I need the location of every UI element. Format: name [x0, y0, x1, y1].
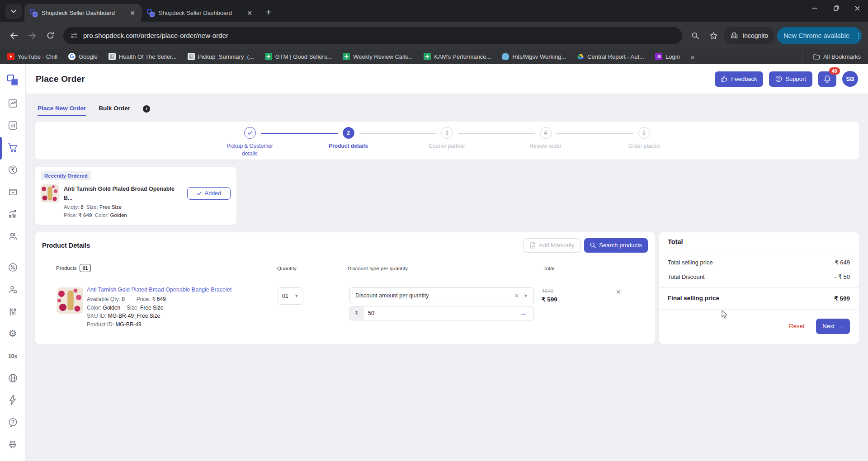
tab-close-icon[interactable]: ✕	[245, 9, 254, 17]
chevron-down-icon	[11, 9, 16, 13]
website-globe-icon[interactable]	[7, 372, 19, 384]
quick-actions-bolt-icon[interactable]	[7, 394, 19, 406]
bookmarks-overflow-chevron[interactable]: »	[691, 53, 694, 61]
browser-tab-active[interactable]: Shopdeck Seller Dashboard ✕	[24, 4, 141, 22]
reload-button[interactable]	[42, 28, 58, 43]
recent-product-title: Anti Tarnish Gold Plated Broad Openable …	[64, 184, 182, 202]
row-line-color-size: Color: GoldenSize: Free Size	[87, 304, 268, 312]
tab-close-icon[interactable]: ✕	[128, 9, 137, 17]
tab-search-button[interactable]	[5, 4, 22, 19]
controls-sliders-icon[interactable]	[7, 306, 19, 317]
step-number: 2	[343, 127, 354, 139]
orders-cart-icon[interactable]	[7, 141, 19, 153]
bookmark-item[interactable]: Hits/Mgsv Working...	[502, 53, 566, 60]
step-label: Pickup & Customer details	[223, 142, 277, 158]
tab-title: Shopdeck Seller Dashboard	[159, 9, 241, 16]
offers-percent-icon[interactable]	[7, 261, 19, 273]
notification-count-badge: 49	[829, 67, 840, 75]
step-number: 5	[638, 127, 650, 139]
step-number: 4	[540, 127, 552, 139]
recently-ordered-card: Recently Ordered Anti Tarnish Gold Plate…	[35, 167, 236, 225]
product-details-card: Product Details Add Manually Search prod…	[35, 232, 655, 344]
discount-amount-input[interactable]	[363, 306, 512, 320]
account-icon[interactable]	[7, 283, 19, 295]
avatar[interactable]: SB	[842, 71, 858, 87]
bookmark-item[interactable]: ✛GTM | Good Sellers...	[265, 53, 332, 60]
bookmark-item[interactable]: YouTube - Chill	[7, 53, 57, 60]
new-tab-button[interactable]: +	[262, 5, 275, 19]
browser-tab-inactive[interactable]: Shopdeck Seller Dashboard ✕	[142, 4, 258, 22]
analytics-icon[interactable]	[7, 97, 19, 109]
search-products-button[interactable]: Search products	[584, 238, 648, 253]
sheet-green-icon: ✛	[424, 53, 431, 60]
product-name-link[interactable]: Anti Tarnish Gold Plated Broad Openable …	[87, 287, 268, 293]
row-total: ₹649 ₹ 599	[542, 288, 557, 303]
reset-button[interactable]: Reset	[789, 323, 804, 329]
bookmark-item[interactable]: Health Of The Seller...	[108, 53, 177, 60]
window-minimize-button[interactable]	[804, 0, 826, 16]
inventory-box-icon[interactable]	[7, 186, 19, 198]
chevron-down-icon: ▼	[294, 293, 299, 298]
bookmark-star-icon[interactable]	[706, 28, 721, 43]
final-selling-row: Final selling price ₹ 599	[668, 295, 850, 302]
discount-amount-field: ₹ →	[349, 306, 534, 320]
incognito-label: Incognito	[742, 32, 768, 39]
discount-type-value: Discount amount per quantity	[355, 292, 509, 299]
help-icon[interactable]	[7, 416, 19, 428]
chevron-down-icon: ▼	[524, 293, 528, 298]
added-button[interactable]: Added	[187, 187, 231, 200]
clear-icon[interactable]: ✕	[514, 292, 519, 299]
search-icon[interactable]	[688, 28, 703, 43]
original-price: ₹649	[542, 288, 557, 294]
tab-bulk-order[interactable]: Bulk Order	[99, 105, 130, 116]
address-bar[interactable]: pro.shopdeck.com/orders/place-order/new-…	[63, 27, 682, 44]
customers-icon[interactable]	[7, 230, 19, 242]
bookmark-item[interactable]: ✛Weekly Review Calls...	[343, 53, 413, 60]
step-courier-partner: 3 Courier partner	[398, 127, 496, 160]
next-button[interactable]: Next →	[816, 319, 850, 334]
window-close-button[interactable]	[847, 0, 868, 16]
payments-rupee-icon[interactable]	[7, 164, 19, 175]
column-header-quantity: Quantity	[277, 266, 297, 271]
discount-type-select[interactable]: Discount amount per quantity ✕ ▼	[349, 287, 534, 304]
sheet-green-icon: ✛	[265, 53, 272, 60]
login-purple-icon: -9	[655, 53, 662, 60]
app-header: Place Order Feedback Support 49 SB	[26, 64, 868, 94]
update-label: New Chrome available	[783, 32, 849, 39]
shopdeck-favicon	[147, 9, 155, 17]
bookmark-item[interactable]: Central Report - Aut...	[577, 53, 644, 60]
window-restore-button[interactable]	[826, 0, 847, 16]
ten-x-icon[interactable]: 10x	[7, 350, 19, 362]
tab-title: Shopdeck Seller Dashboard	[42, 9, 124, 16]
kebab-menu-icon[interactable]: ⋮	[855, 34, 857, 37]
back-button[interactable]	[6, 28, 22, 43]
bookmark-label: KAM's Performance...	[434, 53, 491, 60]
bookmark-item[interactable]: Pickup_Summary_(...	[188, 53, 254, 60]
info-icon[interactable]: i	[143, 105, 150, 113]
tab-place-new-order[interactable]: Place New Order	[38, 105, 86, 116]
reports-icon[interactable]	[7, 119, 19, 131]
sheet-gray-icon	[108, 53, 116, 60]
chrome-update-button[interactable]: New Chrome available ⋮	[777, 27, 862, 44]
android-app-icon[interactable]	[7, 438, 19, 450]
total-selling-row: Total selling price ₹ 649	[668, 259, 850, 266]
bookmark-item[interactable]: ✛KAM's Performance...	[424, 53, 491, 60]
remove-row-icon[interactable]: ✕	[616, 288, 621, 296]
forward-button[interactable]	[24, 28, 40, 43]
quantity-select[interactable]: 01 ▼	[278, 287, 303, 305]
add-manually-button[interactable]: Add Manually	[524, 238, 581, 253]
apply-discount-button[interactable]: →	[512, 306, 533, 320]
products-count-badge: 01	[80, 264, 90, 272]
total-summary-card: Total Total selling price ₹ 649 Total Di…	[659, 232, 859, 344]
bookmark-item[interactable]: -9Login	[655, 53, 680, 60]
all-bookmarks-button[interactable]: All Bookmarks	[813, 53, 861, 60]
bookmark-label: Central Report - Aut...	[587, 53, 644, 60]
growth-icon[interactable]	[7, 208, 19, 220]
shopdeck-logo-icon[interactable]	[7, 74, 19, 86]
bookmark-item[interactable]: GGoogle	[68, 53, 98, 60]
settings-gear-icon[interactable]: ⚙	[7, 328, 19, 339]
feedback-button[interactable]: Feedback	[715, 71, 763, 87]
row-line-sku: SKU ID: MG-BR-49_Free Size	[87, 312, 268, 320]
document-icon	[530, 242, 536, 249]
support-button[interactable]: Support	[769, 71, 812, 87]
